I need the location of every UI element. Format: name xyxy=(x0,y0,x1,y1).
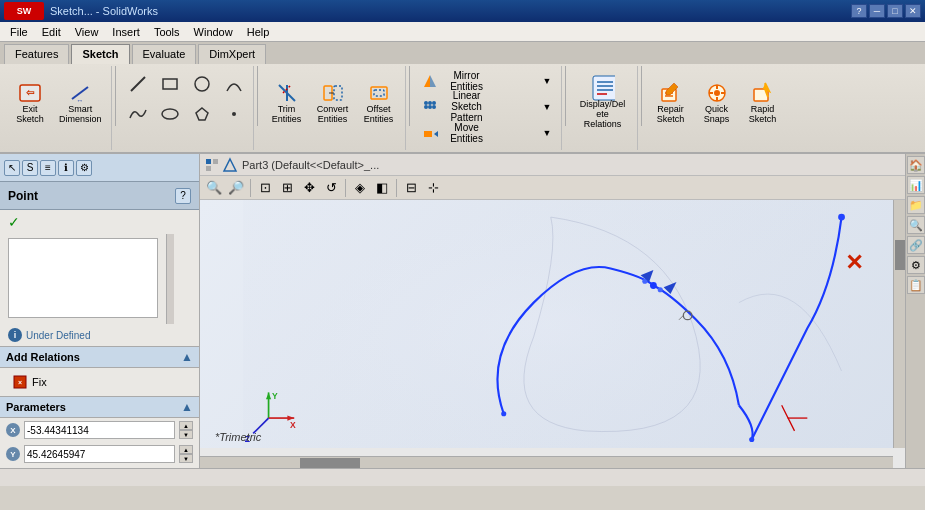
convert-entities-button[interactable]: ConvertEntities xyxy=(311,68,355,138)
x-spin-down[interactable]: ▼ xyxy=(179,430,193,439)
x-spinner: ▲ ▼ xyxy=(179,421,193,439)
rp-link-button[interactable]: 🔗 xyxy=(907,236,925,254)
tab-features[interactable]: Features xyxy=(4,44,69,64)
ellipse-button[interactable] xyxy=(155,100,185,128)
svg-rect-24 xyxy=(424,131,432,137)
svg-text:↔: ↔ xyxy=(77,97,84,104)
fit-view-button[interactable]: ⊡ xyxy=(255,178,275,198)
mirror-dropdown-icon[interactable]: ▼ xyxy=(543,76,552,86)
parameters-toggle[interactable]: ▲ xyxy=(181,400,193,414)
smart-dimension-button[interactable]: ↔ SmartDimension xyxy=(54,68,107,138)
offset-entities-button[interactable]: OffsetEntities xyxy=(357,68,401,138)
smart-icon[interactable]: S xyxy=(22,160,38,176)
exit-sketch-button[interactable]: ⇦ ExitSketch xyxy=(8,68,52,138)
help-button[interactable]: ? xyxy=(851,4,867,18)
display-delete-relations-button[interactable]: Display/DeleteRelations xyxy=(573,68,633,138)
tab-sketch[interactable]: Sketch xyxy=(71,44,129,64)
menu-view[interactable]: View xyxy=(69,24,105,40)
line-button[interactable] xyxy=(123,68,153,100)
property-icon[interactable]: ℹ xyxy=(58,160,74,176)
svg-point-49 xyxy=(650,282,657,289)
linear-pattern-icon xyxy=(422,99,438,115)
repair-sketch-button[interactable]: RepairSketch xyxy=(649,68,693,138)
tree-icon-1[interactable] xyxy=(204,157,220,173)
main-area: ↖ S ≡ ℹ ⚙ Point ? ✓ i xyxy=(0,154,925,468)
add-relations-toggle[interactable]: ▲ xyxy=(181,350,193,364)
polygon-button[interactable] xyxy=(187,100,217,128)
quick-snaps-button[interactable]: QuickSnaps xyxy=(695,68,739,138)
rp-search-button[interactable]: 🔍 xyxy=(907,216,925,234)
canvas-hscroll[interactable] xyxy=(200,456,893,468)
svg-point-6 xyxy=(195,77,209,91)
menu-edit[interactable]: Edit xyxy=(36,24,67,40)
circle-button[interactable] xyxy=(187,68,217,100)
menu-tools[interactable]: Tools xyxy=(148,24,186,40)
zoom-out-button[interactable]: 🔎 xyxy=(226,178,246,198)
linear-sketch-pattern-button[interactable]: Linear Sketch Pattern ▼ xyxy=(417,94,557,120)
tree-icon-2[interactable] xyxy=(222,157,238,173)
rp-home-button[interactable]: 🏠 xyxy=(907,156,925,174)
x-spin-up[interactable]: ▲ xyxy=(179,421,193,430)
rotate-button[interactable]: ↺ xyxy=(321,178,341,198)
tab-evaluate[interactable]: Evaluate xyxy=(132,44,197,64)
section-view-button[interactable]: ⊟ xyxy=(401,178,421,198)
svg-rect-48 xyxy=(243,200,850,448)
close-button[interactable]: ✕ xyxy=(905,4,921,18)
zoom-area-button[interactable]: ⊞ xyxy=(277,178,297,198)
menu-file[interactable]: File xyxy=(4,24,34,40)
rp-folder-button[interactable]: 📁 xyxy=(907,196,925,214)
svg-point-19 xyxy=(428,101,432,105)
display-style-button[interactable]: ◧ xyxy=(372,178,392,198)
arc-button[interactable] xyxy=(219,68,249,100)
fix-relation-item[interactable]: × Fix xyxy=(8,372,191,392)
draw-tools-group xyxy=(119,66,254,150)
zoom-in-button[interactable]: 🔍 xyxy=(204,178,224,198)
move-dropdown-icon[interactable]: ▼ xyxy=(543,128,552,138)
sep3 xyxy=(409,66,410,126)
rapid-sketch-button[interactable]: RapidSketch xyxy=(741,68,785,138)
feature-tree-icon[interactable]: ≡ xyxy=(40,160,56,176)
canvas-vscroll[interactable] xyxy=(893,200,905,448)
rp-clipboard-button[interactable]: 📋 xyxy=(907,276,925,294)
confirm-check-icon[interactable]: ✓ xyxy=(8,214,20,230)
trim-entities-button[interactable]: TrimEntities xyxy=(265,68,309,138)
spline-button[interactable] xyxy=(123,100,153,128)
vscroll-thumb[interactable] xyxy=(895,240,905,270)
display-relations-label: Display/DeleteRelations xyxy=(578,100,628,130)
rp-chart-button[interactable]: 📊 xyxy=(907,176,925,194)
minimize-button[interactable]: ─ xyxy=(869,4,885,18)
x-input[interactable] xyxy=(24,421,175,439)
quick-snaps-label: QuickSnaps xyxy=(704,105,730,125)
sketch-row1: ⇦ ExitSketch ↔ SmartDimension xyxy=(8,68,107,138)
menu-help[interactable]: Help xyxy=(241,24,276,40)
add-relations-header[interactable]: Add Relations ▲ xyxy=(0,346,199,368)
move-entities-button[interactable]: Move Entities ▼ xyxy=(417,120,557,146)
point-button[interactable] xyxy=(219,100,249,128)
y-spin-up[interactable]: ▲ xyxy=(179,445,193,454)
config-icon[interactable]: ⚙ xyxy=(76,160,92,176)
window-controls: ? ─ □ ✕ xyxy=(851,4,921,18)
menu-insert[interactable]: Insert xyxy=(106,24,146,40)
y-spin-down[interactable]: ▼ xyxy=(179,454,193,463)
y-input[interactable] xyxy=(24,445,175,463)
rp-settings-button[interactable]: ⚙ xyxy=(907,256,925,274)
offset-entities-icon xyxy=(367,81,391,105)
breadcrumb: Part3 (Default<<Default>_... xyxy=(242,159,379,171)
rectangle-button[interactable] xyxy=(155,68,185,100)
view-orient-button[interactable]: ◈ xyxy=(350,178,370,198)
viewport[interactable]: Y X Z ✕ *Trimetric xyxy=(200,200,893,448)
tab-dimxpert[interactable]: DimXpert xyxy=(198,44,266,64)
parameters-header[interactable]: Parameters ▲ xyxy=(0,396,199,418)
preview-scrollbar[interactable] xyxy=(166,234,174,324)
menubar: File Edit View Insert Tools Window Help xyxy=(0,22,925,42)
view-settings-button[interactable]: ⊹ xyxy=(423,178,443,198)
maximize-button[interactable]: □ xyxy=(887,4,903,18)
display-relations-icon xyxy=(591,76,615,100)
menu-window[interactable]: Window xyxy=(188,24,239,40)
panel-help-icon[interactable]: ? xyxy=(175,188,191,204)
cursor-icon[interactable]: ↖ xyxy=(4,160,20,176)
pan-button[interactable]: ✥ xyxy=(299,178,319,198)
smart-dimension-icon: ↔ xyxy=(68,81,92,105)
hscroll-thumb[interactable] xyxy=(300,458,360,468)
linear-pattern-dropdown-icon[interactable]: ▼ xyxy=(543,102,552,112)
